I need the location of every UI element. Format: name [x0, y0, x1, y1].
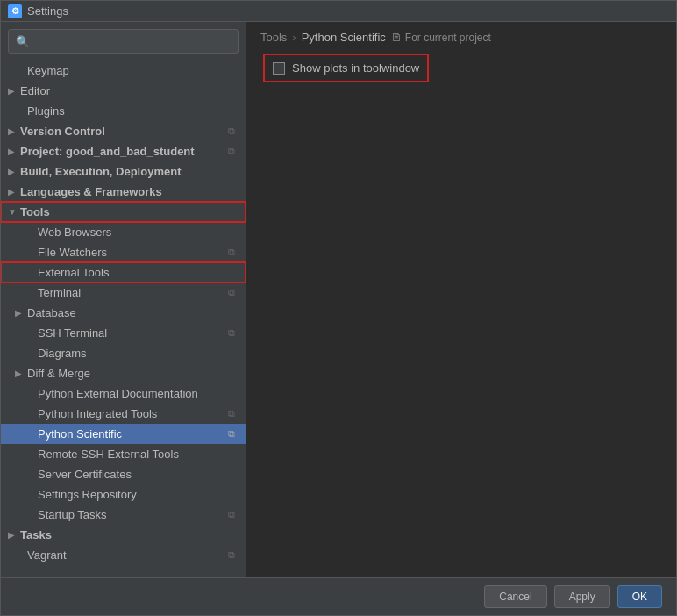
sidebar-item-label: Remote SSH External Tools: [38, 448, 179, 461]
copy-icon: ⧉: [228, 428, 235, 440]
sidebar-item-label: Editor: [20, 84, 50, 97]
copy-icon: ⧉: [228, 146, 235, 157]
sidebar-item-label: Server Certificates: [38, 468, 132, 481]
sidebar-item-python-ext-doc[interactable]: Python External Documentation: [1, 383, 246, 404]
copy-icon: ⧉: [228, 327, 235, 339]
sidebar-item-database[interactable]: ▶ Database: [1, 303, 246, 323]
copy-icon: ⧉: [228, 287, 235, 298]
arrow-icon: ▶: [8, 126, 20, 136]
search-box[interactable]: 🔍: [8, 29, 239, 54]
breadcrumb-tag: 🖹 For current project: [391, 32, 491, 44]
main-content: Tools › Python Scientific 🖹 For current …: [246, 22, 676, 577]
sidebar-item-label: SSH Terminal: [38, 326, 107, 340]
sidebar-item-label: Languages & Frameworks: [20, 185, 162, 198]
dialog-body: 🔍 Keymap ▶ Editor Plugins: [1, 22, 676, 577]
search-icon: 🔍: [16, 35, 30, 48]
tag-icon: 🖹: [391, 32, 402, 44]
sidebar-item-diff-merge[interactable]: ▶ Diff & Merge: [1, 363, 246, 383]
sidebar-item-version-control[interactable]: ▶ Version Control ⧉: [1, 121, 246, 141]
sidebar-item-build[interactable]: ▶ Build, Execution, Deployment: [1, 161, 246, 182]
sidebar-item-plugins[interactable]: Plugins: [1, 101, 246, 121]
apply-button[interactable]: Apply: [554, 585, 610, 608]
sidebar-item-diagrams[interactable]: Diagrams: [1, 343, 246, 363]
ok-button[interactable]: OK: [617, 585, 662, 608]
arrow-icon: ▶: [15, 308, 27, 318]
sidebar-item-keymap[interactable]: Keymap: [1, 61, 246, 81]
sidebar-item-vagrant[interactable]: Vagrant ⧉: [1, 545, 246, 565]
dialog-footer: Cancel Apply OK: [1, 577, 676, 615]
copy-icon: ⧉: [228, 509, 235, 520]
sidebar-item-file-watchers[interactable]: File Watchers ⧉: [1, 242, 246, 262]
arrow-icon: ▶: [8, 530, 20, 540]
show-plots-label: Show plots in toolwindow: [292, 61, 419, 75]
sidebar-item-label: Terminal: [38, 286, 81, 299]
sidebar-list: Keymap ▶ Editor Plugins ▶ Version Contro…: [1, 61, 246, 577]
content-area: Show plots in toolwindow: [246, 51, 676, 577]
show-plots-checkbox[interactable]: [273, 62, 285, 75]
sidebar-item-label: Vagrant: [27, 548, 67, 562]
arrow-icon: ▶: [8, 167, 20, 176]
settings-dialog: ⚙ Settings 🔍 Keymap ▶ Editor: [0, 0, 677, 616]
arrow-icon: ▶: [8, 86, 20, 96]
breadcrumb-separator: ›: [292, 31, 296, 44]
copy-icon: ⧉: [228, 125, 235, 137]
sidebar: 🔍 Keymap ▶ Editor Plugins: [1, 22, 246, 577]
sidebar-item-label: Python Scientific: [38, 427, 122, 441]
dialog-title-bar: ⚙ Settings: [1, 1, 676, 22]
sidebar-item-label: Version Control: [20, 125, 105, 138]
sidebar-item-settings-repo[interactable]: Settings Repository: [1, 484, 246, 505]
arrow-icon: ▼: [8, 207, 20, 217]
sidebar-item-startup-tasks[interactable]: Startup Tasks ⧉: [1, 505, 246, 525]
sidebar-item-label: Tasks: [20, 528, 52, 541]
sidebar-item-editor[interactable]: ▶ Editor: [1, 81, 246, 101]
breadcrumb-parent: Tools: [260, 31, 287, 44]
breadcrumb-current: Python Scientific: [302, 31, 386, 44]
arrow-icon: ▶: [15, 369, 27, 378]
sidebar-item-label: Startup Tasks: [38, 508, 107, 521]
sidebar-item-ssh-terminal[interactable]: SSH Terminal ⧉: [1, 323, 246, 343]
sidebar-item-external-tools[interactable]: External Tools: [1, 262, 246, 283]
sidebar-item-python-integrated[interactable]: Python Integrated Tools ⧉: [1, 404, 246, 424]
copy-icon: ⧉: [228, 549, 235, 561]
sidebar-item-project[interactable]: ▶ Project: good_and_bad_student ⧉: [1, 141, 246, 161]
sidebar-item-label: Tools: [20, 205, 50, 218]
sidebar-item-python-scientific[interactable]: Python Scientific ⧉: [1, 424, 246, 444]
arrow-icon: ▶: [8, 147, 20, 156]
sidebar-item-label: Keymap: [27, 64, 69, 77]
sidebar-item-label: Diff & Merge: [27, 367, 90, 380]
sidebar-item-label: Plugins: [27, 104, 65, 118]
search-input[interactable]: [35, 35, 231, 47]
sidebar-item-terminal[interactable]: Terminal ⧉: [1, 283, 246, 303]
sidebar-item-server-certs[interactable]: Server Certificates: [1, 464, 246, 484]
sidebar-item-languages[interactable]: ▶ Languages & Frameworks: [1, 182, 246, 202]
sidebar-item-label: Database: [27, 306, 76, 319]
sidebar-item-label: File Watchers: [38, 246, 107, 259]
sidebar-item-label: Project: good_and_bad_student: [20, 145, 195, 158]
sidebar-item-label: External Tools: [38, 266, 109, 279]
sidebar-item-label: Python Integrated Tools: [38, 407, 157, 420]
dialog-icon: ⚙: [8, 4, 22, 18]
breadcrumb-tag-text: For current project: [405, 32, 491, 44]
breadcrumb: Tools › Python Scientific 🖹 For current …: [246, 22, 676, 51]
sidebar-item-label: Diagrams: [38, 347, 87, 360]
dialog-title-text: Settings: [27, 4, 68, 18]
sidebar-item-label: Python External Documentation: [38, 387, 198, 400]
sidebar-item-label: Web Browsers: [38, 226, 111, 239]
sidebar-item-tasks[interactable]: ▶ Tasks: [1, 525, 246, 545]
sidebar-item-web-browsers[interactable]: Web Browsers: [1, 222, 246, 242]
cancel-button[interactable]: Cancel: [484, 585, 546, 608]
sidebar-item-tools[interactable]: ▼ Tools: [1, 202, 246, 222]
copy-icon: ⧉: [228, 408, 235, 419]
sidebar-item-label: Build, Execution, Deployment: [20, 165, 181, 178]
sidebar-item-label: Settings Repository: [38, 488, 137, 501]
copy-icon: ⧉: [228, 247, 235, 258]
arrow-icon: ▶: [8, 187, 20, 197]
show-plots-row[interactable]: Show plots in toolwindow: [264, 54, 428, 82]
sidebar-item-remote-ssh[interactable]: Remote SSH External Tools: [1, 444, 246, 464]
